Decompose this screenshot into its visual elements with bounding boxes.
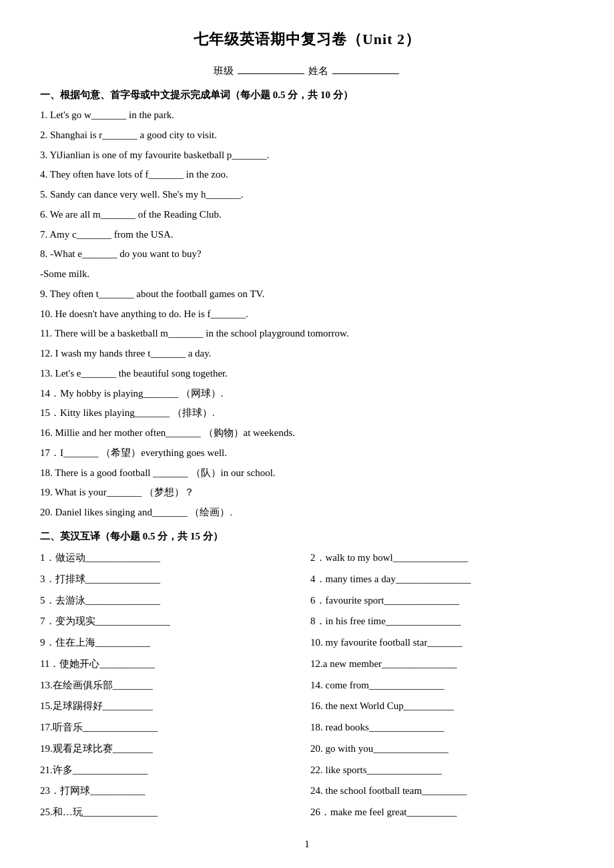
section2-item-26: 26．make me feel great__________ <box>310 803 574 822</box>
section2-item-20: 20. go with you_______________ <box>310 740 574 758</box>
section2-item-14: 14. come from_______________ <box>310 676 574 695</box>
section2-item-19: 19.观看足球比赛________ <box>40 740 304 758</box>
section1-question-9: -Some milk. <box>40 265 574 284</box>
section1-question-18: 17．I_______ （希望）everything goes well. <box>40 444 574 463</box>
section2-item-3: 3．打排球_______________ <box>40 570 304 589</box>
section2-item-18: 18. read books_______________ <box>310 718 574 737</box>
section2-pairs: 1．做运动_______________2．walk to my bowl___… <box>40 548 574 823</box>
section2-item-25: 25.和…玩_______________ <box>40 803 304 822</box>
section2-item-23: 23．打网球___________ <box>40 782 304 801</box>
section1-question-5: 5. Sandy can dance very well. She's my h… <box>40 186 574 204</box>
section1-question-11: 10. He doesn't have anything to do. He i… <box>40 305 574 324</box>
section2-item-7: 7．变为现实_______________ <box>40 612 304 631</box>
section2-item-1: 1．做运动_______________ <box>40 549 304 568</box>
section2-item-12: 12.a new member_______________ <box>310 655 574 674</box>
class-underline <box>238 73 304 74</box>
section1-question-10: 9. They often t_______ about the footbal… <box>40 285 574 304</box>
section2-item-9: 9．住在上海___________ <box>40 634 304 652</box>
section2-item-16: 16. the next World Cup__________ <box>310 697 574 716</box>
section1-questions: 1. Let's go w_______ in the park.2. Shan… <box>40 106 574 522</box>
section2-item-10: 10. my favourite football star_______ <box>310 634 574 652</box>
section1-question-6: 6. We are all m_______ of the Reading Cl… <box>40 206 574 224</box>
section2-item-17: 17.听音乐_______________ <box>40 718 304 737</box>
section2-item-5: 5．去游泳_______________ <box>40 592 304 610</box>
section2-item-24: 24. the school football team_________ <box>310 782 574 801</box>
section1-question-14: 13. Let's e_______ the beautiful song to… <box>40 365 574 383</box>
section1-question-2: 2. Shanghai is r_______ a good city to v… <box>40 126 574 145</box>
class-name-line: 班级 姓名 <box>40 62 574 79</box>
section2-item-22: 22. like sports_______________ <box>310 761 574 780</box>
section1-question-19: 18. There is a good football _______ （队）… <box>40 464 574 483</box>
section2-item-21: 21.许多_______________ <box>40 761 304 780</box>
section1-question-20: 19. What is your_______ （梦想）？ <box>40 483 574 502</box>
section1-question-3: 3. YiJianlian is one of my favourite bas… <box>40 146 574 165</box>
section2-item-15: 15.足球踢得好__________ <box>40 697 304 716</box>
page-title: 七年级英语期中复习卷（Unit 2） <box>40 27 574 53</box>
section1-question-12: 11. There will be a basketball m_______ … <box>40 324 574 343</box>
name-label: 姓名 <box>308 65 328 76</box>
section2-item-2: 2．walk to my bowl_______________ <box>310 549 574 568</box>
section1-question-1: 1. Let's go w_______ in the park. <box>40 106 574 125</box>
section1-question-7: 7. Amy c_______ from the USA. <box>40 226 574 244</box>
section2-item-11: 11．使她开心___________ <box>40 655 304 674</box>
name-underline <box>332 73 399 74</box>
section1-question-13: 12. I wash my hands three t_______ a day… <box>40 345 574 363</box>
section2-item-13: 13.在绘画俱乐部________ <box>40 676 304 695</box>
section2-title: 二、英汉互译（每小题 0.5 分，共 15 分） <box>40 527 574 545</box>
section1-question-15: 14．My hobby is playing_______ （网球）. <box>40 385 574 403</box>
section1-question-16: 15．Kitty likes playing_______ （排球）. <box>40 404 574 423</box>
section1-question-8: 8. -What e_______ do you want to buy? <box>40 245 574 264</box>
section1-question-17: 16. Millie and her mother often_______ （… <box>40 424 574 443</box>
section1-question-21: 20. Daniel likes singing and_______ （绘画）… <box>40 503 574 522</box>
section2-item-6: 6．favourite sport_______________ <box>310 592 574 610</box>
class-label: 班级 <box>214 65 234 76</box>
page-number: 1 <box>40 835 574 853</box>
section2-item-4: 4．many times a day_______________ <box>310 570 574 589</box>
section1-question-4: 4. They often have lots of f_______ in t… <box>40 166 574 184</box>
section2-item-8: 8．in his free time_______________ <box>310 612 574 631</box>
section1-title: 一、根据句意、首字母或中文提示完成单词（每小题 0.5 分，共 10 分） <box>40 86 574 103</box>
